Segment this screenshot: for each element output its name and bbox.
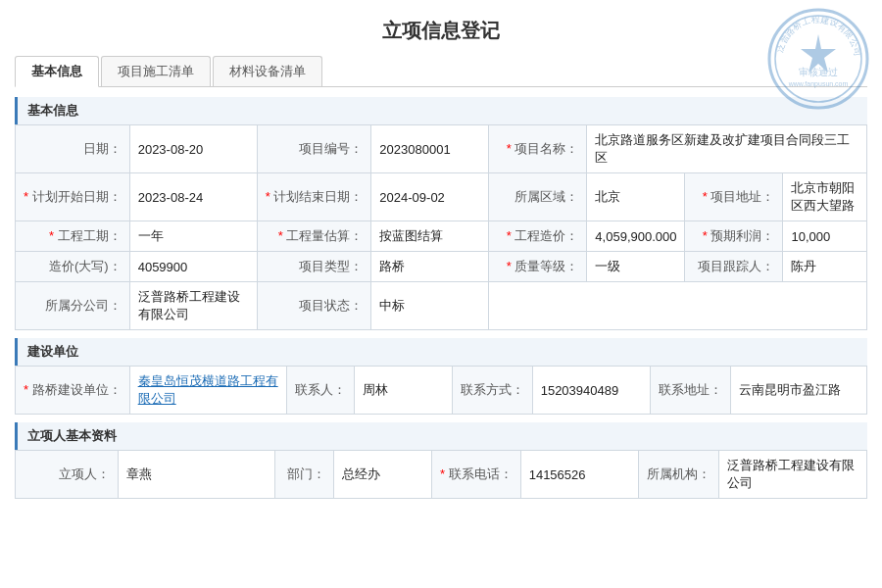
profit-value: 10,000 — [783, 221, 867, 252]
founder-label: 立项人： — [16, 451, 119, 499]
dept-label: 部门： — [275, 451, 334, 499]
status-label: 项目状态： — [257, 282, 371, 330]
cost-big-label: 造价(大写)： — [16, 252, 130, 282]
cost-value: 4,059,900.000 — [587, 221, 685, 252]
phone-value: 14156526 — [520, 451, 638, 499]
basic-info-table: 日期： 2023-08-20 项目编号： 2023080001 项目名称： 北京… — [15, 124, 867, 330]
company-value: 泛普路桥工程建设有限公司 — [129, 282, 257, 330]
quality-value: 一级 — [587, 252, 685, 282]
project-type-label: 项目类型： — [257, 252, 371, 282]
tab-materials-list[interactable]: 材料设备清单 — [213, 56, 322, 86]
profit-label: 预期利润： — [685, 221, 783, 252]
founder-header: 立项人基本资料 — [15, 422, 867, 450]
phone-label: 联系电话： — [432, 451, 521, 499]
period-value: 一年 — [129, 221, 257, 252]
plan-end-value: 2024-09-02 — [371, 173, 489, 221]
builder-table: 路桥建设单位： 秦皇岛恒茂横道路工程有限公司 联系人： 周林 联系方式： 152… — [15, 366, 867, 415]
road-builder-label: 路桥建设单位： — [16, 367, 130, 415]
contact-addr-label: 联系地址： — [650, 367, 730, 415]
tracker-value: 陈丹 — [783, 252, 867, 282]
quality-label: 质量等级： — [489, 252, 587, 282]
org-label: 所属机构： — [638, 451, 718, 499]
estimate-label: 工程量估算： — [257, 221, 371, 252]
project-num-value: 2023080001 — [371, 125, 489, 173]
status-value: 中标 — [371, 282, 489, 330]
org-value: 泛普路桥工程建设有限公司 — [718, 451, 866, 499]
address-value: 北京市朝阳区西大望路 — [783, 173, 867, 221]
date-label: 日期： — [16, 125, 130, 173]
company-label: 所属分公司： — [16, 282, 130, 330]
page-title: 立项信息登记 — [15, 10, 867, 56]
tracker-label: 项目跟踪人： — [685, 252, 783, 282]
date-value: 2023-08-20 — [129, 125, 257, 173]
estimate-value: 按蓝图结算 — [371, 221, 489, 252]
project-type-value: 路桥 — [371, 252, 489, 282]
cost-label: 工程造价： — [489, 221, 587, 252]
tab-construction-list[interactable]: 项目施工清单 — [101, 56, 211, 86]
project-num-label: 项目编号： — [257, 125, 371, 173]
contact-way-label: 联系方式： — [452, 367, 532, 415]
period-label: 工程工期： — [16, 221, 130, 252]
founder-value: 章燕 — [119, 451, 275, 499]
region-value: 北京 — [587, 173, 685, 221]
address-label: 项目地址： — [685, 173, 783, 221]
dept-value: 总经办 — [334, 451, 432, 499]
tab-basic-info[interactable]: 基本信息 — [15, 56, 99, 87]
region-label: 所属区域： — [489, 173, 587, 221]
plan-start-value: 2023-08-24 — [129, 173, 257, 221]
cost-big-value: 4059900 — [129, 252, 257, 282]
contact-value: 周林 — [354, 367, 452, 415]
road-builder-link[interactable]: 秦皇岛恒茂横道路工程有限公司 — [138, 373, 278, 406]
builder-header: 建设单位 — [15, 338, 867, 366]
contact-way-value: 15203940489 — [532, 367, 650, 415]
plan-start-label: 计划开始日期： — [16, 173, 130, 221]
contact-label: 联系人： — [286, 367, 354, 415]
road-builder-value: 秦皇岛恒茂横道路工程有限公司 — [129, 367, 286, 415]
basic-info-header: 基本信息 — [15, 97, 867, 124]
project-name-value: 北京路道服务区新建及改扩建项目合同段三工区 — [587, 125, 867, 173]
project-name-label: 项目名称： — [489, 125, 587, 173]
tabs-bar: 基本信息 项目施工清单 材料设备清单 — [15, 56, 867, 87]
contact-addr-value: 云南昆明市盈江路 — [730, 367, 866, 415]
plan-end-label: 计划结束日期： — [257, 173, 371, 221]
founder-table: 立项人： 章燕 部门： 总经办 联系电话： 14156526 所属机构： 泛普路… — [15, 450, 867, 499]
